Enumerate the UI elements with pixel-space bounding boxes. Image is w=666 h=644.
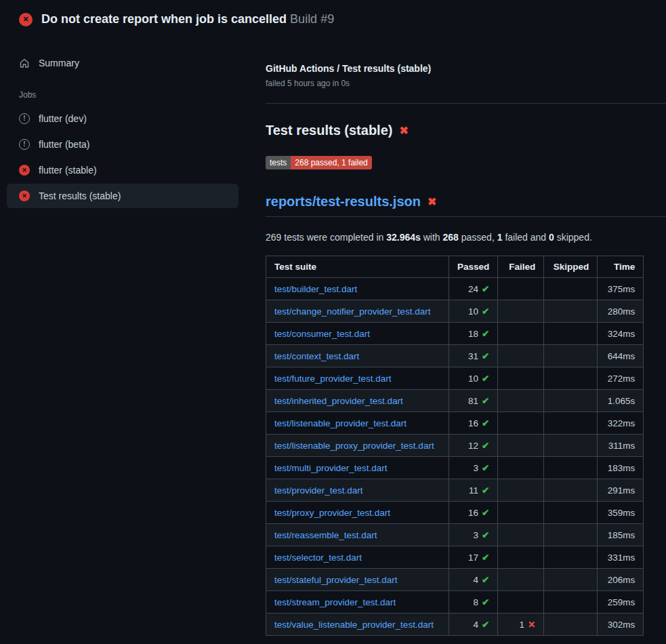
time-value: 644ms	[608, 351, 636, 361]
cell-failed	[498, 524, 544, 546]
sidebar-item-flutter-stable[interactable]: ✕flutter (stable)	[7, 158, 238, 182]
passed-count: 3	[473, 530, 478, 540]
report-file-link[interactable]: reports/test-results.json	[266, 194, 421, 209]
failed-x-icon: ✖	[399, 125, 408, 136]
cell-test-suite: test/multi_provider_test.dart	[266, 457, 449, 479]
time-value: 1.065s	[608, 396, 636, 406]
cell-test-suite: test/stream_provider_test.dart	[266, 591, 449, 613]
check-icon: ✔	[482, 351, 489, 361]
cell-time: 359ms	[598, 502, 644, 524]
test-suite-link[interactable]: test/consumer_test.dart	[274, 329, 370, 339]
cell-time: 185ms	[598, 524, 644, 546]
cell-failed	[498, 457, 544, 479]
test-suite-link[interactable]: test/value_listenable_provider_test.dart	[274, 620, 434, 630]
sidebar-item-flutter-beta[interactable]: !flutter (beta)	[7, 132, 238, 157]
col-passed: Passed	[449, 256, 498, 278]
test-suite-link[interactable]: test/multi_provider_test.dart	[274, 463, 388, 473]
table-row: test/context_test.dart31✔644ms	[266, 345, 644, 367]
x-circle-icon: ✕	[19, 165, 30, 176]
test-suite-link[interactable]: test/context_test.dart	[274, 351, 359, 361]
test-suite-link[interactable]: test/future_provider_test.dart	[274, 374, 392, 384]
cell-failed	[498, 502, 544, 524]
cell-failed	[498, 412, 544, 435]
test-suite-link[interactable]: test/stream_provider_test.dart	[274, 597, 396, 607]
cell-passed: 8✔	[449, 591, 498, 613]
check-icon: ✔	[482, 575, 489, 585]
cell-passed: 17✔	[449, 546, 498, 569]
badge-label: tests	[266, 156, 291, 169]
test-suite-link[interactable]: test/listenable_proxy_provider_test.dart	[274, 441, 434, 451]
cell-test-suite: test/provider_test.dart	[266, 479, 449, 502]
summary-line: 269 tests were completed in 32.964s with…	[266, 232, 666, 243]
cell-skipped	[544, 345, 598, 367]
passed-count: 18	[468, 329, 478, 339]
cell-passed: 18✔	[449, 323, 498, 345]
time-value: 375ms	[608, 284, 636, 294]
cell-failed	[498, 479, 544, 502]
table-row: test/listenable_proxy_provider_test.dart…	[266, 435, 644, 457]
passed-count: 31	[468, 351, 478, 361]
passed-count: 10	[468, 374, 478, 384]
test-suite-link[interactable]: test/reassemble_test.dart	[274, 530, 377, 540]
cell-skipped	[544, 412, 598, 435]
sidebar-item-label: flutter (beta)	[39, 139, 89, 150]
run-status-line: failed 5 hours ago in 0s	[266, 79, 666, 88]
passed-count: 8	[473, 597, 478, 607]
passed-count: 4	[473, 620, 478, 630]
report-heading: reports/test-results.json ✖	[266, 194, 666, 217]
table-row: test/consumer_test.dart18✔324ms	[266, 323, 644, 345]
summary-text: 269 tests were completed in	[266, 232, 386, 243]
sidebar-item-label: flutter (stable)	[39, 165, 97, 176]
check-icon: ✔	[482, 418, 489, 428]
cell-failed: 1✕	[498, 613, 544, 636]
cell-passed: 4✔	[449, 613, 498, 636]
test-suite-link[interactable]: test/inherited_provider_test.dart	[274, 396, 403, 406]
test-suite-link[interactable]: test/stateful_provider_test.dart	[274, 575, 398, 585]
test-suite-link[interactable]: test/listenable_provider_test.dart	[274, 418, 407, 428]
cell-skipped	[544, 278, 598, 300]
test-suite-link[interactable]: test/builder_test.dart	[274, 284, 357, 294]
time-value: 359ms	[608, 508, 636, 518]
summary-text: passed,	[459, 232, 497, 243]
test-suite-link[interactable]: test/selector_test.dart	[274, 552, 362, 563]
test-suite-link[interactable]: test/change_notifier_provider_test.dart	[274, 306, 430, 317]
table-row: test/stream_provider_test.dart8✔259ms	[266, 591, 644, 613]
cell-test-suite: test/builder_test.dart	[266, 278, 449, 300]
cell-time: 644ms	[598, 345, 644, 367]
cell-skipped	[544, 300, 598, 323]
section-title: Test results (stable)	[266, 123, 392, 138]
cell-skipped	[544, 524, 598, 546]
test-suite-link[interactable]: test/proxy_provider_test.dart	[274, 508, 390, 518]
section-heading: Test results (stable) ✖	[266, 123, 666, 138]
cell-test-suite: test/reassemble_test.dart	[266, 524, 449, 546]
cell-failed	[498, 546, 544, 569]
check-icon: ✔	[482, 597, 489, 607]
time-value: 259ms	[608, 597, 636, 607]
sidebar-item-flutter-dev[interactable]: !flutter (dev)	[7, 106, 238, 131]
cell-passed: 31✔	[449, 345, 498, 367]
col-time: Time	[598, 256, 644, 278]
passed-count: 24	[468, 284, 478, 294]
test-suite-link[interactable]: test/provider_test.dart	[274, 485, 363, 496]
passed-count: 16	[468, 418, 478, 428]
summary-failed-count: 1	[497, 232, 503, 243]
summary-passed-count: 268	[443, 232, 459, 243]
cell-skipped	[544, 457, 598, 479]
sidebar-item-test-results-stable[interactable]: ✕Test results (stable)	[7, 184, 238, 208]
results-table-body: test/builder_test.dart24✔375mstest/chang…	[266, 278, 644, 636]
summary-text: failed and	[503, 232, 549, 243]
col-failed: Failed	[498, 256, 544, 278]
cell-test-suite: test/stateful_provider_test.dart	[266, 569, 449, 591]
check-icon: ✔	[482, 329, 489, 339]
cell-failed	[498, 367, 544, 390]
time-value: 272ms	[608, 374, 636, 384]
cell-test-suite: test/change_notifier_provider_test.dart	[266, 300, 449, 323]
passed-count: 81	[468, 396, 478, 406]
build-number: Build #9	[290, 12, 334, 26]
cell-test-suite: test/consumer_test.dart	[266, 323, 449, 345]
table-row: test/provider_test.dart11✔291ms	[266, 479, 644, 502]
cell-test-suite: test/listenable_proxy_provider_test.dart	[266, 435, 449, 457]
cell-skipped	[544, 435, 598, 457]
cell-passed: 24✔	[449, 278, 498, 300]
sidebar-item-summary[interactable]: Summary	[7, 51, 238, 75]
